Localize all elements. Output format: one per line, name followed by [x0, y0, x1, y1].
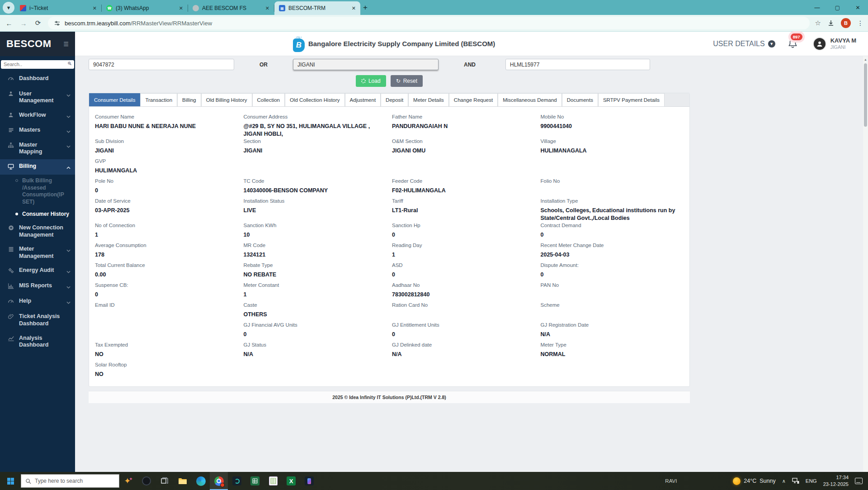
network-icon[interactable]	[792, 478, 799, 484]
taskbar-app-dark-app-icon[interactable]	[228, 472, 246, 490]
tab-old-billing-history[interactable]: Old Billing History	[201, 93, 252, 106]
download-icon[interactable]	[827, 19, 835, 27]
page-scrollbar[interactable]: ▲	[863, 56, 868, 472]
tab-transaction[interactable]: Transaction	[140, 93, 177, 106]
consumer-details-card: Consumer DetailsTransactionBillingOld Bi…	[89, 93, 690, 387]
taskbar-app-calc-sheet-icon[interactable]	[264, 472, 282, 490]
tab-old-collection-history[interactable]: Old Collection History	[285, 93, 345, 106]
field-value: 1	[95, 231, 238, 239]
sidebar-subitem-consumer-history[interactable]: Consumer History	[0, 208, 75, 221]
tab-close-icon[interactable]: ✕	[178, 5, 184, 11]
tab-close-icon[interactable]: ✕	[264, 5, 270, 11]
sidebar-subitem-bulk-billing-assesed-consumption-ip-set-[interactable]: Bulk Billing /Assesed Consumption(IP SET…	[0, 175, 75, 208]
field-value: 0	[392, 331, 535, 338]
reset-button[interactable]: ↻Reset	[391, 75, 423, 87]
hidden-icons-caret[interactable]: ∧	[782, 478, 786, 484]
back-button[interactable]: ←	[5, 19, 14, 27]
user-avatar[interactable]	[813, 37, 826, 51]
browser-tab-aee-bescom-fs[interactable]: AEE BESCOM FS✕	[188, 1, 274, 15]
tab-miscellaneous-demand[interactable]: Miscellaneous Demand	[498, 93, 562, 106]
or-label: OR	[259, 62, 268, 68]
sidebar-item-user-management[interactable]: User Management	[0, 87, 75, 108]
tab-billing[interactable]: Billing	[177, 93, 201, 106]
site-settings-icon[interactable]	[54, 20, 60, 26]
field-label: GJ Status	[244, 342, 387, 347]
sidebar-item-ticket-analysis-dashboard[interactable]: Ticket Analysis Dashboard	[0, 309, 75, 331]
tab-change-request[interactable]: Change Request	[449, 93, 498, 106]
new-tab-button[interactable]: +	[363, 3, 368, 12]
action-center-icon[interactable]	[855, 478, 863, 484]
empty-cell	[541, 362, 684, 381]
user-details-dropdown[interactable]: USER DETAILS ▼	[713, 40, 775, 48]
taskbar-app-chrome-icon[interactable]	[210, 472, 228, 490]
sidebar-toggle-icon[interactable]: ☰	[63, 41, 69, 48]
field-gj-registration-date: GJ Registration DateN/A	[541, 322, 684, 342]
field-label: Recent Meter Change Date	[541, 243, 684, 248]
sidebar-item-energy-audit[interactable]: Energy Audit	[0, 263, 75, 279]
reload-button[interactable]: ⟳	[33, 19, 42, 27]
tab-close-icon[interactable]: ✕	[351, 5, 357, 11]
tab-adjustment[interactable]: Adjustment	[345, 93, 381, 106]
taskbar-app-copilot-sparkle-icon[interactable]: ✦✦	[119, 472, 137, 490]
taskbar-app-dark-circle-app-icon[interactable]	[137, 472, 156, 490]
rr-number-input[interactable]	[89, 59, 234, 70]
sidebar-item-meter-management[interactable]: Meter Management	[0, 242, 75, 263]
window-maximize-button[interactable]: ▢	[827, 0, 848, 15]
field-solar-rooftop: Solar RooftopNO	[95, 362, 238, 381]
sidebar-search-input[interactable]	[1, 60, 74, 69]
field-label: MR Code	[244, 243, 387, 248]
language-indicator[interactable]: ENG	[806, 478, 817, 484]
tab-search-button[interactable]: ▼	[3, 2, 14, 14]
sidebar-item-dashboard[interactable]: Dashboard	[0, 71, 75, 87]
tab-srtpv-payment-details[interactable]: SRTPV Payment Details	[598, 93, 665, 106]
taskbar-app-excel-grid-icon[interactable]	[246, 472, 264, 490]
account-id-input[interactable]	[505, 59, 650, 70]
sidebar-item-mis-reports[interactable]: MIS Reports	[0, 279, 75, 294]
taskbar-app-task-view-icon[interactable]	[156, 472, 174, 490]
scrollbar-thumb[interactable]	[864, 63, 867, 127]
browser-tab-bescom-trm[interactable]: ▦BESCOM-TRM✕	[274, 1, 360, 15]
notifications-bell[interactable]: 897	[788, 38, 797, 50]
field-tc-code: TC Code140340006-BENSON COMPANY	[244, 178, 387, 198]
tab-deposit[interactable]: Deposit	[381, 93, 408, 106]
window-close-button[interactable]: ✕	[848, 0, 868, 15]
browser-tab-i-ticket[interactable]: i~Ticket✕	[15, 1, 101, 15]
taskbar-clock[interactable]: 17:3423-12-2025	[823, 474, 849, 488]
browser-tab--3-whatsapp[interactable]: ☎(3) WhatsApp✕	[102, 1, 188, 15]
start-button[interactable]	[0, 472, 21, 490]
taskbar-app-phone-link-icon[interactable]	[300, 472, 318, 490]
rows-icon	[7, 246, 14, 253]
chrome-badge-dot	[220, 483, 225, 487]
sidebar-item-billing[interactable]: Billing	[0, 159, 75, 175]
taskbar-app-file-explorer-icon[interactable]	[174, 472, 192, 490]
sidebar-item-master-mapping[interactable]: Master Mapping	[0, 138, 75, 159]
browser-profile-avatar[interactable]: B	[841, 18, 851, 28]
window-minimize-button[interactable]: —	[807, 0, 827, 15]
browser-menu-icon[interactable]: ⋮	[857, 19, 863, 27]
sidebar-item-analysis-dashboard[interactable]: Analysis Dashboard	[0, 331, 75, 352]
sidebar-search-icon[interactable]: 🔍︎	[67, 61, 72, 66]
field-label: PAN No	[541, 282, 684, 288]
empty-cell	[392, 158, 535, 178]
load-button[interactable]: Load	[356, 75, 386, 87]
tab-meter-details[interactable]: Meter Details	[408, 93, 449, 106]
tab-collection[interactable]: Collection	[252, 93, 285, 106]
forward-button[interactable]: →	[19, 19, 28, 27]
tab-close-icon[interactable]: ✕	[92, 5, 98, 11]
field-value: 0	[95, 187, 238, 195]
address-bar[interactable]: bescom.trm.ieasybill.com/RRMasterView/RR…	[48, 17, 810, 29]
sidebar-item-help[interactable]: Help	[0, 294, 75, 309]
weather-widget[interactable]: 24°C Sunny	[733, 477, 775, 485]
section-select[interactable]	[293, 59, 439, 70]
tab-consumer-details[interactable]: Consumer Details	[89, 93, 140, 106]
sidebar-item-workflow[interactable]: WorkFlow	[0, 108, 75, 123]
bookmark-star-icon[interactable]: ☆	[815, 19, 821, 27]
taskbar-app-excel-icon[interactable]: X	[282, 472, 300, 490]
sidebar-item-new-connection-management[interactable]: New Connection Management	[0, 221, 75, 242]
scrollbar-up-arrow[interactable]: ▲	[863, 56, 868, 61]
taskbar-app-edge-icon[interactable]	[192, 472, 210, 490]
tab-documents[interactable]: Documents	[562, 93, 598, 106]
taskbar-search[interactable]: Type here to search	[21, 474, 119, 488]
field-scheme: Scheme	[541, 302, 684, 322]
sidebar-item-masters[interactable]: Masters	[0, 123, 75, 138]
